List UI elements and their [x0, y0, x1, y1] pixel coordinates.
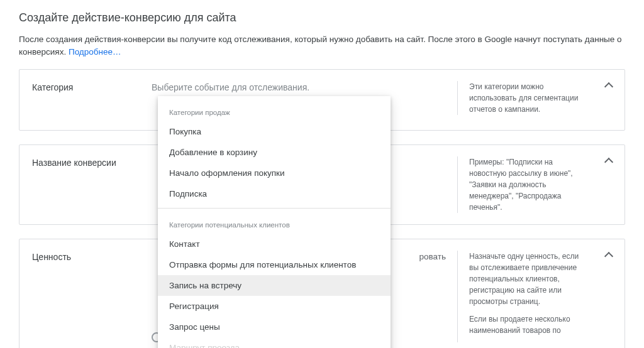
category-help: Эти категории можно использовать для сег… [457, 81, 589, 115]
value-help: Назначьте одну ценность, если вы отслежи… [457, 251, 589, 342]
chevron-up-icon [604, 82, 613, 91]
collapse-toggle[interactable] [589, 251, 612, 261]
dropdown-option[interactable]: Регистрация [158, 296, 391, 317]
dropdown-option[interactable]: Запись на встречу [158, 275, 391, 296]
dropdown-option[interactable]: Добавление в корзину [158, 142, 391, 163]
value-help-p1: Назначьте одну ценность, если вы отслежи… [469, 251, 589, 307]
value-label: Ценность [32, 251, 152, 262]
dropdown-option[interactable]: Покупка [158, 121, 391, 142]
conversion-name-help: Примеры: "Подписки на новостную рассылку… [457, 156, 589, 213]
conversion-name-label: Название конверсии [32, 156, 152, 168]
dropdown-option[interactable]: Отправка формы для потенциальных клиенто… [158, 254, 391, 275]
collapse-toggle[interactable] [589, 156, 612, 167]
dropdown-group-leads: Категории потенциальных клиентов [158, 212, 391, 234]
value-main-fragment: ровать [419, 252, 446, 261]
value-help-p2: Если вы продаете несколько наименований … [469, 313, 589, 336]
dropdown-option-cut[interactable]: Маршрут проезда [158, 337, 391, 348]
dropdown-option[interactable]: Начало оформления покупки [158, 163, 391, 183]
learn-more-link[interactable]: Подробнее… [69, 47, 121, 57]
dropdown-option[interactable]: Подписка [158, 183, 391, 204]
chevron-up-icon [604, 252, 613, 261]
category-dropdown[interactable]: Категории продаж ПокупкаДобавление в кор… [158, 96, 391, 348]
dropdown-option[interactable]: Контакт [158, 234, 391, 254]
category-label: Категория [32, 81, 152, 92]
chevron-up-icon [604, 158, 613, 166]
page-title: Создайте действие-конверсию для сайта [19, 11, 625, 24]
intro-text: После создания действия-конверсии вы пол… [19, 33, 625, 58]
dropdown-divider [158, 208, 391, 209]
dropdown-group-sales: Категории продаж [158, 100, 391, 121]
dropdown-option[interactable]: Запрос цены [158, 317, 391, 337]
collapse-toggle[interactable] [589, 81, 612, 92]
category-select[interactable]: Выберите событие для отслеживания. [152, 81, 445, 94]
